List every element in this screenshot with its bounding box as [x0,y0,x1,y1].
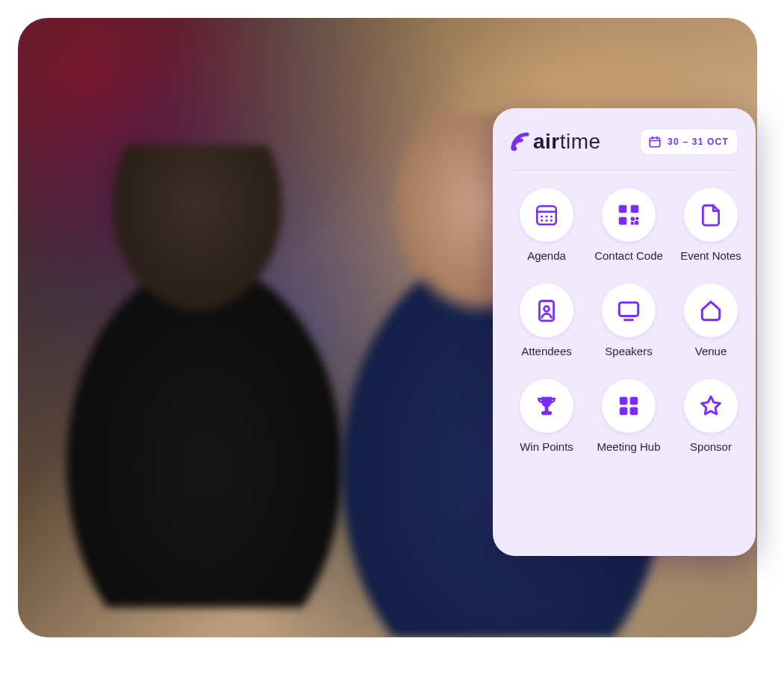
tile-label: Venue [695,345,727,360]
tile-label: Contact Code [594,249,663,264]
tile-event-notes[interactable]: Event Notes [675,188,747,264]
app-card: airtime 30 – 31 OCT Agenda Contact Code … [493,108,756,556]
tile-agenda[interactable]: Agenda [511,188,582,264]
tile-sponsor[interactable]: Sponsor [675,379,747,455]
document-icon [698,202,724,228]
monitor-icon [616,298,641,323]
home-icon [698,298,724,323]
tile-label: Agenda [527,249,566,264]
qr-icon [616,202,641,228]
tile-contact-code[interactable]: Contact Code [593,188,665,264]
card-header: airtime 30 – 31 OCT [511,129,738,170]
calendar-icon [648,135,662,149]
tile-venue[interactable]: Venue [675,284,747,360]
date-label: 30 – 31 OCT [668,137,729,147]
tile-win-points[interactable]: Win Points [511,379,582,455]
brand-name: airtime [533,130,601,154]
tile-speakers[interactable]: Speakers [593,284,665,360]
tile-attendees[interactable]: Attendees [511,284,582,360]
tiles-grid: Agenda Contact Code Event Notes Attendee… [511,188,738,455]
calendar-grid-icon [534,202,559,228]
tile-label: Meeting Hub [597,440,660,455]
badge-person-icon [534,298,559,323]
logo-wave-icon [511,132,530,151]
apps-grid-icon [616,393,641,419]
tile-label: Event Notes [680,249,741,264]
tile-label: Win Points [520,440,573,455]
brand-logo: airtime [511,130,601,154]
tile-label: Attendees [521,345,572,360]
tile-label: Speakers [605,345,652,360]
trophy-icon [534,393,559,419]
tile-label: Sponsor [690,440,732,455]
date-pill[interactable]: 30 – 31 OCT [641,129,738,154]
star-icon [698,393,724,419]
tile-meeting-hub[interactable]: Meeting Hub [593,379,665,455]
